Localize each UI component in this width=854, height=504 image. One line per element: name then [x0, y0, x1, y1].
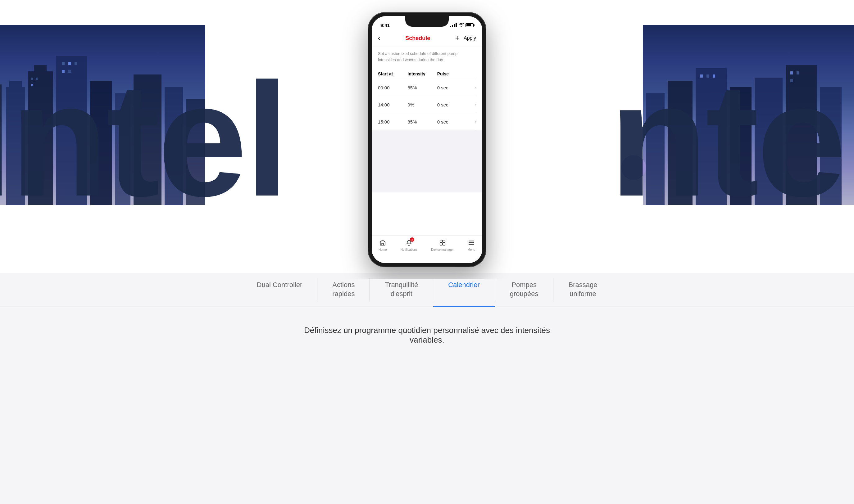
phone-notch [405, 16, 449, 27]
row3-start: 15:00 [378, 119, 407, 124]
status-icons [450, 23, 474, 28]
device-manager-label: Device manager [431, 248, 454, 251]
tab-content-area: Définissez un programme quotidien person… [0, 307, 854, 357]
empty-schedule-area [372, 130, 482, 193]
notifications-icon: 2 [405, 239, 413, 247]
bottom-nav-device-manager[interactable]: Device manager [431, 239, 454, 251]
tab-tranquillite[interactable]: Tranquillitéd'esprit [370, 273, 433, 307]
back-button[interactable]: ‹ [378, 34, 380, 42]
hero-section: Inteligennte. 9:41 [0, 0, 854, 279]
row3-intensity: 85% [407, 119, 437, 124]
table-header: Start at Intensity Pulse [378, 69, 476, 79]
row1-start: 00:00 [378, 85, 407, 90]
tab-pompes-groupees[interactable]: Pompesgroupées [495, 273, 553, 307]
add-schedule-button[interactable]: + [455, 34, 459, 42]
row2-intensity: 0% [407, 102, 437, 107]
row2-pulse: 0 sec [437, 102, 467, 107]
notification-badge: 2 [410, 237, 414, 242]
battery-icon [466, 23, 474, 27]
tab-brassage-uniforme[interactable]: Brassageuniforme [553, 273, 612, 307]
home-icon [379, 239, 387, 247]
schedule-row-2[interactable]: 14:00 0% 0 sec › [378, 96, 476, 113]
header-intensity: Intensity [407, 71, 437, 76]
svg-rect-35 [442, 243, 445, 245]
bottom-section: Dual Controller Actionsrapides Tranquill… [0, 273, 854, 498]
bottom-nav-notifications[interactable]: 2 Notifications [401, 239, 417, 251]
svg-rect-34 [440, 243, 442, 245]
row1-chevron[interactable]: › [467, 85, 476, 90]
home-label: Home [379, 248, 387, 251]
tab-bar: Dual Controller Actionsrapides Tranquill… [0, 273, 854, 307]
device-manager-icon [438, 239, 447, 247]
header-pulse: Pulse [437, 71, 467, 76]
svg-rect-33 [442, 240, 445, 242]
bottom-navigation: Home 2 Notifications [372, 235, 482, 263]
row1-pulse: 0 sec [437, 85, 467, 90]
app-navbar: ‹ Schedule + Apply [372, 32, 482, 45]
nav-actions: + Apply [455, 34, 476, 42]
header-start-at: Start at [378, 71, 407, 76]
wifi-icon [459, 23, 464, 28]
phone-mockup-container: 9:41 [368, 13, 486, 267]
row2-chevron[interactable]: › [467, 102, 476, 107]
bottom-nav-home[interactable]: Home [379, 239, 387, 251]
status-time: 9:41 [380, 23, 390, 28]
tab-description: Définissez un programme quotidien person… [287, 326, 567, 345]
row2-start: 14:00 [378, 102, 407, 107]
signal-icon [450, 23, 457, 27]
tab-dual-controller[interactable]: Dual Controller [242, 273, 317, 307]
row1-intensity: 85% [407, 85, 437, 90]
svg-rect-32 [440, 240, 442, 242]
phone-screen: 9:41 [372, 16, 482, 263]
menu-icon [467, 239, 475, 247]
app-content: Set a customized schedule of different p… [372, 45, 482, 130]
schedule-row-3[interactable]: 15:00 85% 0 sec › [378, 113, 476, 130]
apply-button[interactable]: Apply [464, 35, 476, 41]
row3-pulse: 0 sec [437, 119, 467, 124]
tab-actions-rapides[interactable]: Actionsrapides [317, 273, 369, 307]
menu-label: Menu [467, 248, 475, 251]
phone-frame: 9:41 [368, 13, 486, 267]
nav-title: Schedule [405, 35, 430, 41]
tab-calendrier[interactable]: Calendrier [433, 273, 495, 307]
notifications-label: Notifications [401, 248, 417, 251]
row3-chevron[interactable]: › [467, 119, 476, 124]
bottom-nav-menu[interactable]: Menu [467, 239, 475, 251]
svg-rect-31 [382, 243, 384, 245]
schedule-description: Set a customized schedule of different p… [378, 51, 476, 63]
schedule-row-1[interactable]: 00:00 85% 0 sec › [378, 79, 476, 96]
